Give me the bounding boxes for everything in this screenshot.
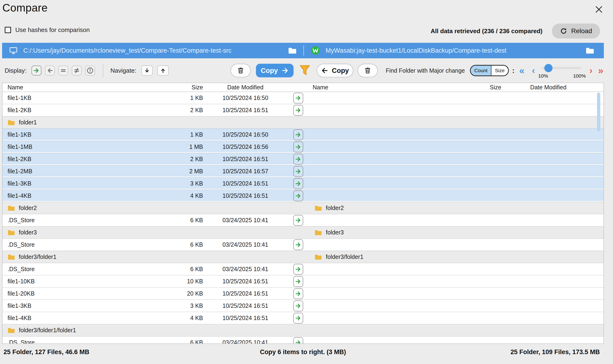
slider-min-label: 10% <box>538 73 548 79</box>
copy-row-to-right-button[interactable] <box>293 178 303 189</box>
file-row[interactable]: file1-1KB1 KB10/25/2024 16:50 <box>2 92 604 104</box>
copy-arrow-cell <box>285 215 311 226</box>
file-row[interactable]: file1-2KB2 KB10/25/2024 16:51 <box>2 153 604 165</box>
header-right-name[interactable]: Name <box>311 84 468 91</box>
next-change-button[interactable]: › <box>589 66 593 75</box>
green-arrow-right-icon <box>295 278 301 285</box>
file-row[interactable]: file1-20KB20 KB10/25/2024 16:51 <box>2 287 604 300</box>
navigate-down-button[interactable] <box>141 65 153 76</box>
comparison-table: Name Size Date Modified Name Size Date M… <box>2 83 604 344</box>
display-right-only-button[interactable] <box>31 65 41 76</box>
file-row[interactable]: file1-4KB4 KB10/25/2024 16:51 <box>2 190 604 202</box>
copy-arrow-cell <box>285 288 311 299</box>
display-equal-button[interactable] <box>58 65 68 76</box>
copy-row-to-right-button[interactable] <box>293 300 303 311</box>
left-size-cell: 2 KB <box>158 156 205 162</box>
file-row[interactable]: file1-2MB2 MB10/25/2024 16:57 <box>2 165 604 178</box>
file-row[interactable]: file1-4KB4 KB10/25/2024 16:51 <box>2 312 604 324</box>
header-left-name[interactable]: Name <box>2 84 158 91</box>
display-left-only-button[interactable] <box>45 65 55 76</box>
display-not-equal-button[interactable] <box>72 65 82 76</box>
file-row[interactable]: file1-1KB1 KB10/25/2024 16:50 <box>2 129 604 141</box>
copy-row-to-right-button[interactable] <box>293 105 303 116</box>
left-name-text: file1-1MB <box>8 143 32 150</box>
left-name-text: file1-20KB <box>8 290 35 297</box>
left-name-cell: folder3/folder1/folder1 <box>2 327 158 334</box>
source-browse-button[interactable] <box>288 47 297 54</box>
copy-row-to-right-button[interactable] <box>293 215 303 226</box>
left-name-cell: folder2 <box>2 205 158 211</box>
left-name-cell: file1-2KB <box>2 107 158 114</box>
file-row[interactable]: .DS_Store6 KB03/24/2025 10:41 <box>2 337 604 344</box>
file-row[interactable]: file1-2KB2 KB10/25/2024 16:51 <box>2 104 604 117</box>
table-header: Name Size Date Modified Name Size Date M… <box>2 83 604 92</box>
vertical-scrollbar-thumb[interactable] <box>597 93 600 131</box>
filter-button[interactable] <box>299 65 311 77</box>
folder-row[interactable]: folder3/folder1folder3/folder1 <box>2 251 604 263</box>
folder-row[interactable]: folder3/folder1/folder1 <box>2 324 604 337</box>
folder-row[interactable]: folder3folder3 <box>2 226 604 239</box>
toggle-size-option[interactable]: Size <box>491 65 508 76</box>
left-date-cell: 10/25/2024 16:51 <box>205 315 285 321</box>
folder-row[interactable]: folder2folder2 <box>2 202 604 214</box>
find-folder-group: Find Folder with Major change Count Size… <box>386 58 603 83</box>
destination-browse-button[interactable] <box>586 47 594 54</box>
file-row[interactable]: file1-3KB3 KB10/25/2024 16:51 <box>2 178 604 190</box>
left-name-cell: file1-4KB <box>2 315 158 321</box>
file-row[interactable]: .DS_Store6 KB03/24/2025 10:41 <box>2 239 604 251</box>
previous-change-button[interactable]: ‹ <box>532 66 535 75</box>
file-row[interactable]: file1-10KB10 KB10/25/2024 16:51 <box>2 275 604 287</box>
copy-row-to-right-button[interactable] <box>293 313 303 324</box>
close-button[interactable] <box>593 4 604 15</box>
last-change-button[interactable]: » <box>598 66 603 75</box>
copy-row-to-right-button[interactable] <box>293 142 303 152</box>
copy-row-to-right-button[interactable] <box>293 239 303 250</box>
count-size-toggle[interactable]: Count Size <box>470 65 509 76</box>
folder-row[interactable]: folder1 <box>2 117 604 129</box>
toggle-count-option[interactable]: Count <box>471 65 491 76</box>
copy-row-to-right-button[interactable] <box>293 129 303 140</box>
display-label: Display: <box>5 67 26 74</box>
header-left-size[interactable]: Size <box>158 84 205 91</box>
left-date-cell: 10/25/2024 16:50 <box>205 131 285 138</box>
wasabi-icon <box>311 46 320 55</box>
header-right-date[interactable]: Date Modified <box>504 84 593 91</box>
left-name-cell: file1-1MB <box>2 143 158 150</box>
navigate-up-button[interactable] <box>157 65 169 76</box>
threshold-slider: 10% 100% <box>541 62 582 79</box>
file-row[interactable]: .DS_Store6 KB03/24/2025 10:41 <box>2 263 604 275</box>
file-row[interactable]: .DS_Store6 KB03/24/2025 10:41 <box>2 214 604 226</box>
copy-row-to-right-button[interactable] <box>293 337 303 344</box>
header-left-date[interactable]: Date Modified <box>205 84 285 91</box>
use-hashes-checkbox[interactable] <box>5 27 11 33</box>
copy-row-to-right-button[interactable] <box>293 93 303 104</box>
copy-row-to-right-button[interactable] <box>293 154 303 165</box>
reload-icon <box>560 27 567 35</box>
source-path-section: C:/:Users/jay/Documents/rcloneview_test/… <box>2 43 303 58</box>
not-equal-icon <box>73 67 80 74</box>
file-row[interactable]: file1-1MB1 MB10/25/2024 16:56 <box>2 141 604 153</box>
file-row[interactable]: file1-3KB3 KB10/25/2024 16:51 <box>2 300 604 312</box>
left-name-cell: .DS_Store <box>2 266 158 273</box>
left-name-text: .DS_Store <box>8 217 35 224</box>
copy-to-left-button[interactable]: Copy <box>317 64 353 77</box>
green-arrow-right-icon <box>295 131 301 138</box>
copy-row-to-right-button[interactable] <box>293 166 303 177</box>
copy-row-to-right-button[interactable] <box>293 264 303 275</box>
left-name-text: file1-2KB <box>8 156 31 162</box>
header-right-size[interactable]: Size <box>468 84 504 91</box>
right-name-text: folder2 <box>326 205 344 211</box>
use-hashes-group: Use hashes for comparison <box>5 26 90 34</box>
reload-button[interactable]: Reload <box>552 24 600 39</box>
delete-right-button[interactable] <box>358 64 378 77</box>
copy-row-to-right-button[interactable] <box>293 288 303 299</box>
display-error-button[interactable] <box>85 65 95 76</box>
delete-left-button[interactable] <box>231 64 251 77</box>
copy-to-right-button[interactable]: Copy <box>256 64 294 77</box>
copy-row-to-right-button[interactable] <box>293 191 303 201</box>
copy-row-to-right-button[interactable] <box>293 276 303 287</box>
first-change-button[interactable]: « <box>519 66 524 75</box>
green-arrow-right-icon <box>295 193 301 199</box>
slider-knob[interactable] <box>544 64 553 72</box>
left-date-cell: 10/25/2024 16:51 <box>205 180 285 187</box>
